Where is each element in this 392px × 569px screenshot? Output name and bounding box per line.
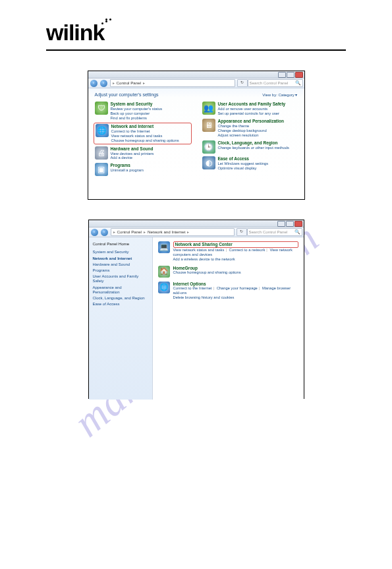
category-title[interactable]: Programs — [111, 163, 144, 168]
entry-title[interactable]: Network and Sharing Center — [175, 242, 233, 247]
category-link[interactable]: Uninstall a program — [111, 168, 144, 173]
sidebar-item-programs[interactable]: Programs — [93, 268, 148, 273]
maximize-button[interactable] — [286, 221, 294, 227]
appearance-icon: 🖥 — [202, 119, 215, 132]
category-user-accounts[interactable]: 👥 User Accounts and Family Safety Add or… — [202, 102, 298, 116]
breadcrumb-bar[interactable]: ▸ Control Panel ▸ Network and Internet ▸ — [111, 228, 235, 236]
wilink-logo: wilink — [46, 20, 104, 45]
globe-icon: 🌐 — [96, 124, 109, 137]
entry-title[interactable]: Internet Options — [173, 282, 298, 287]
category-title[interactable]: User Accounts and Family Safety — [218, 102, 286, 107]
entry-link[interactable]: Change your homepage — [217, 286, 258, 290]
network-internet-body: 💻 Network and Sharing Center View networ… — [153, 237, 304, 400]
view-by-dropdown[interactable]: View by: Category ▾ — [262, 93, 297, 98]
category-title[interactable]: Network and Internet — [111, 124, 179, 129]
search-input[interactable]: Search Control Panel 🔍 — [248, 79, 303, 87]
sidebar-item-network-internet[interactable]: Network and Internet — [93, 256, 148, 261]
entry-link[interactable]: Connect to a network — [229, 248, 266, 252]
category-link[interactable]: Let Windows suggest settings — [218, 162, 269, 166]
sidebar-item-user-accounts[interactable]: User Accounts and Family Safety — [93, 274, 148, 284]
category-link[interactable]: Connect to the Internet — [111, 129, 179, 134]
sidebar-item-system-security[interactable]: System and Security — [93, 250, 148, 255]
entry-link[interactable]: Choose homegroup and sharing options — [173, 270, 241, 274]
breadcrumb-item[interactable]: Control Panel — [117, 229, 142, 234]
logo-text: wilink — [46, 20, 104, 45]
refresh-button[interactable]: ↻ — [237, 79, 248, 87]
nav-forward-button[interactable]: › — [101, 229, 108, 236]
sidebar-item-clock-language[interactable]: Clock, Language, and Region — [93, 296, 148, 301]
category-link[interactable]: Adjust screen resolution — [218, 133, 284, 138]
entry-internet-options: 🌐 Internet Options Connect to the Intern… — [158, 282, 298, 301]
maximize-button[interactable] — [287, 72, 294, 78]
entry-link[interactable]: Connect to the Internet — [173, 286, 212, 290]
category-clock-language[interactable]: 🕒 Clock, Language, and Region Change key… — [202, 140, 298, 154]
entry-homegroup: 🏠 HomeGroup Choose homegroup and sharing… — [158, 266, 298, 278]
chevron-right-icon: ▸ — [143, 80, 145, 85]
sidebar-heading[interactable]: Control Panel Home — [93, 241, 148, 246]
explorer-navbar: ‹ › ▸ Control Panel ▸ Network and Intern… — [89, 227, 304, 237]
category-ease-of-access[interactable]: ◐ Ease of Access Let Windows suggest set… — [202, 156, 298, 171]
category-programs[interactable]: ▣ Programs Uninstall a program — [95, 163, 190, 176]
minimize-button[interactable] — [278, 72, 286, 78]
breadcrumb-bar[interactable]: ▸ Control Panel ▸ — [110, 79, 235, 87]
category-link[interactable]: Choose homegroup and sharing options — [111, 138, 179, 143]
category-link[interactable]: Change keyboards or other input methods — [218, 146, 289, 150]
category-link[interactable]: Add or remove user accounts — [218, 107, 286, 111]
close-button[interactable] — [294, 221, 302, 227]
sidebar-item-appearance[interactable]: Appearance and Personalization — [93, 285, 148, 295]
category-link[interactable]: Add a device — [111, 156, 154, 160]
breadcrumb-item[interactable]: Control Panel — [117, 80, 142, 85]
internet-options-icon: 🌐 — [158, 282, 170, 293]
users-icon: 👥 — [202, 102, 215, 115]
category-title[interactable]: Hardware and Sound — [111, 146, 154, 152]
search-icon: 🔍 — [295, 80, 301, 86]
category-column-right: 👥 User Accounts and Family Safety Add or… — [202, 102, 298, 176]
entry-link[interactable]: Delete browsing history and cookies — [173, 295, 235, 299]
chevron-right-icon: ▸ — [187, 229, 189, 234]
programs-icon: ▣ — [95, 163, 108, 176]
network-icon: 💻 — [158, 241, 170, 253]
shield-icon: 🛡 — [95, 102, 108, 115]
control-panel-sidebar: Control Panel Home System and Security N… — [89, 237, 153, 400]
entry-link[interactable]: Add a wireless device to the network — [173, 257, 235, 261]
category-link[interactable]: View network status and tasks — [111, 134, 179, 138]
category-link[interactable]: Change desktop background — [218, 129, 284, 133]
control-panel-body: Adjust your computer's settings View by:… — [88, 88, 304, 180]
printer-icon: 🖨 — [95, 146, 108, 160]
category-link[interactable]: Review your computer's status — [111, 107, 163, 111]
ease-icon: ◐ — [202, 156, 215, 169]
nav-forward-button[interactable]: › — [100, 80, 107, 87]
category-title[interactable]: Ease of Access — [218, 156, 269, 162]
category-link[interactable]: Set up parental controls for any user — [218, 111, 286, 116]
breadcrumb-item[interactable]: Network and Internet — [148, 229, 185, 234]
category-link[interactable]: Find and fix problems — [111, 116, 163, 121]
minimize-button[interactable] — [277, 221, 285, 227]
category-link[interactable]: Back up your computer — [111, 111, 163, 116]
category-title[interactable]: Appearance and Personalization — [218, 119, 284, 124]
category-title[interactable]: Clock, Language, and Region — [218, 140, 289, 146]
nav-back-button[interactable]: ‹ — [90, 80, 98, 87]
entry-link[interactable]: View network status and tasks — [173, 248, 225, 252]
category-link[interactable]: Change the theme — [218, 124, 284, 129]
entry-title[interactable]: HomeGroup — [173, 266, 241, 271]
sidebar-item-hardware-sound[interactable]: Hardware and Sound — [93, 262, 148, 267]
nav-back-button[interactable]: ‹ — [91, 229, 98, 236]
close-button[interactable] — [295, 72, 303, 78]
category-hardware-sound[interactable]: 🖨 Hardware and Sound View devices and pr… — [95, 146, 190, 161]
window-titlebar — [88, 71, 304, 78]
category-link[interactable]: Optimize visual display — [218, 166, 269, 171]
category-title[interactable]: System and Security — [111, 102, 163, 107]
category-system-security[interactable]: 🛡 System and Security Review your comput… — [95, 102, 190, 121]
chevron-right-icon: ▸ — [144, 229, 146, 234]
category-appearance[interactable]: 🖥 Appearance and Personalization Change … — [202, 119, 298, 138]
homegroup-icon: 🏠 — [158, 266, 170, 278]
chevron-right-icon: ▸ — [113, 229, 115, 234]
screenshot-control-panel: ‹ › ▸ Control Panel ▸ ↻ Search Control P… — [88, 71, 305, 200]
refresh-button[interactable]: ↻ — [237, 228, 247, 236]
sidebar-item-ease-of-access[interactable]: Ease of Access — [93, 302, 148, 307]
category-link[interactable]: View devices and printers — [111, 152, 154, 156]
category-column-left: 🛡 System and Security Review your comput… — [95, 102, 190, 176]
search-icon: 🔍 — [294, 229, 300, 235]
category-network-internet[interactable]: 🌐 Network and Internet Connect to the In… — [94, 123, 192, 144]
search-input[interactable]: Search Control Panel 🔍 — [247, 228, 302, 236]
